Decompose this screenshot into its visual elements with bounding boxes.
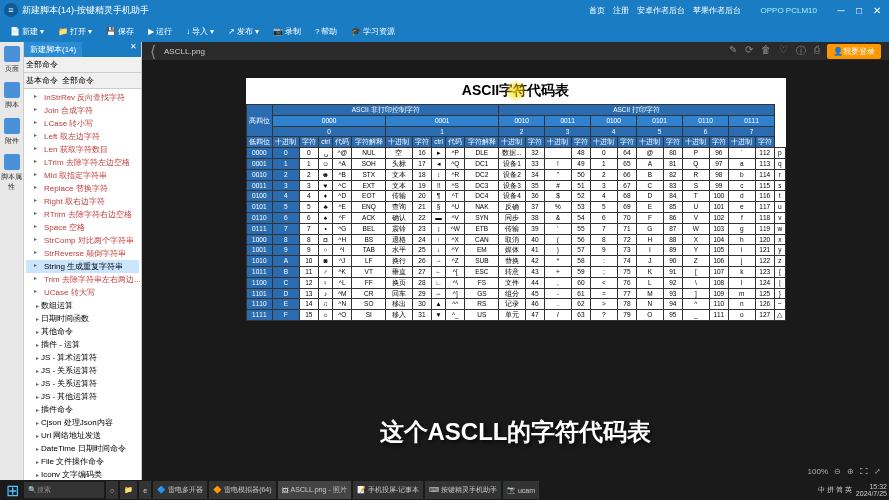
- tree-group[interactable]: 数组运算: [26, 299, 139, 312]
- hdr-all[interactable]: 全部命令: [26, 59, 58, 70]
- minimize-button[interactable]: ─: [833, 3, 849, 17]
- content-area: ⟨ ASCLL.png ✎ ⟳ 🗑 ♡ ⓘ ⎙ ▦ ⋯ ✕ ASCII字符代码表…: [142, 42, 889, 480]
- nav-page[interactable]: 页面: [4, 46, 20, 74]
- tree-fn[interactable]: Replace 替换字符: [26, 182, 139, 195]
- nav-attach[interactable]: 附件: [4, 118, 20, 146]
- tree-group[interactable]: Cjson 处理Json内容: [26, 416, 139, 429]
- tree-fn[interactable]: RTrim 去除字符右边空格: [26, 208, 139, 221]
- tool-import[interactable]: ↓导入▾: [180, 24, 220, 39]
- task-ucam[interactable]: 📷ucam: [503, 481, 539, 499]
- tree-fn[interactable]: InStrRev 反向查找字符: [26, 91, 139, 104]
- tray-lang[interactable]: 中 拼 简 英: [818, 485, 852, 495]
- tree-fn[interactable]: LCase 转小写: [26, 117, 139, 130]
- nav-props[interactable]: 脚本属性: [0, 154, 23, 192]
- rotate-icon[interactable]: ⟳: [745, 44, 753, 58]
- fullscreen-icon[interactable]: ⤢: [874, 467, 881, 476]
- back-icon[interactable]: ⟨: [150, 42, 156, 61]
- tree-fn[interactable]: Join 合成字符: [26, 104, 139, 117]
- task-ld1[interactable]: 🔷雷电多开器: [153, 481, 207, 499]
- tree-fn[interactable]: String 生成重复字符串: [26, 260, 139, 273]
- maximize-button[interactable]: □: [851, 3, 867, 17]
- tree-fn[interactable]: Mid 取指定字符串: [26, 169, 139, 182]
- link-register[interactable]: 注册: [613, 5, 629, 16]
- image-viewport[interactable]: ASCII字符代码表 高四位ASCII 非打印控制字符ASCII 打印字符000…: [142, 60, 889, 480]
- toolbar: 📄新建▾ 📁打开▾ 💾保存 ▶运行 ↓导入▾ ↗发布▾ 📷录制 ?帮助 🎓学习资…: [0, 20, 889, 42]
- tree-fn[interactable]: Trim 去除字符串左右两边...: [26, 273, 139, 286]
- login-badge[interactable]: 👤我要登录: [827, 44, 881, 59]
- tree-group[interactable]: JS - 关系运算符: [26, 364, 139, 377]
- taskbar: ⊞ 🔍 搜索 ○ 📁 e 🔷雷电多开器 🔶雷电模拟器(64) 🖼ASCLL.pn…: [0, 480, 889, 500]
- device-label: OPPO PCLM10: [761, 6, 817, 15]
- function-tree: InStrRev 反向查找字符Join 合成字符LCase 转小写Left 取左…: [24, 89, 141, 480]
- tree-fn[interactable]: UCase 转大写: [26, 286, 139, 299]
- tree-group[interactable]: File 文件操作命令: [26, 455, 139, 468]
- close-button[interactable]: ✕: [869, 3, 885, 17]
- photo-filename: ASCLL.png: [164, 47, 205, 56]
- link-android[interactable]: 安卓作者后台: [637, 5, 685, 16]
- window-title: 新建脚本(14)-按键精灵手机助手: [22, 4, 149, 17]
- zoom-level: 100%: [808, 467, 828, 476]
- print-icon[interactable]: ⎙: [814, 44, 820, 58]
- tree-group[interactable]: JS - 算术运算符: [26, 351, 139, 364]
- ascii-table: ASCII字符代码表 高四位ASCII 非打印控制字符ASCII 打印字符000…: [246, 78, 786, 321]
- tool-open[interactable]: 📁打开▾: [52, 24, 98, 39]
- tool-new[interactable]: 📄新建▾: [4, 24, 50, 39]
- tool-learn[interactable]: 🎓学习资源: [345, 24, 401, 39]
- tool-publish[interactable]: ↗发布▾: [222, 24, 265, 39]
- script-tab[interactable]: 新建脚本(14): [24, 42, 82, 57]
- tree-fn[interactable]: Left 取左边字符: [26, 130, 139, 143]
- taskbar-search[interactable]: 🔍 搜索: [24, 482, 104, 498]
- zoom-out-icon[interactable]: ⊖: [834, 467, 841, 476]
- tree-fn[interactable]: Len 获取字符数目: [26, 143, 139, 156]
- info-icon[interactable]: ⓘ: [796, 44, 806, 58]
- cursor-highlight: [506, 81, 526, 101]
- tree-group[interactable]: 其他命令: [26, 325, 139, 338]
- tree-group[interactable]: Iconv 文字编码类: [26, 468, 139, 480]
- tree-group[interactable]: 插件命令: [26, 403, 139, 416]
- zoom-controls: 100% ⊖ ⊕ ⛶ ⤢: [808, 467, 881, 476]
- zoom-in-icon[interactable]: ⊕: [847, 467, 854, 476]
- tree-fn[interactable]: Right 取右边字符: [26, 195, 139, 208]
- fit-icon[interactable]: ⛶: [860, 467, 868, 476]
- tree-group[interactable]: DateTime 日期时间命令: [26, 442, 139, 455]
- task-anjian[interactable]: ⌨按键精灵手机助手: [425, 481, 501, 499]
- task-notepad[interactable]: 📝手机投屏-记事本: [353, 481, 423, 499]
- tool-help[interactable]: ?帮助: [309, 24, 343, 39]
- link-home[interactable]: 首页: [589, 5, 605, 16]
- tree-group[interactable]: JS - 其他运算符: [26, 390, 139, 403]
- tray-time: 15:32: [856, 483, 887, 490]
- hdr-all2[interactable]: 全部命令: [62, 75, 94, 86]
- tree-fn[interactable]: LTrim 去除字符左边空格: [26, 156, 139, 169]
- app-icon: ≡: [4, 3, 18, 17]
- tool-save[interactable]: 💾保存: [100, 24, 140, 39]
- tree-group[interactable]: JS - 关系运算符: [26, 377, 139, 390]
- tree-fn[interactable]: StrReverse 颠倒字符串: [26, 247, 139, 260]
- sidebar: 新建脚本(14)✕ 全部命令 基本命令 全部命令 InStrRev 反向查找字符…: [24, 42, 142, 480]
- task-ld2[interactable]: 🔶雷电模拟器(64): [209, 481, 275, 499]
- tab-close-icon[interactable]: ✕: [126, 42, 141, 57]
- task-cortana[interactable]: ○: [106, 481, 118, 499]
- video-caption: 这个ASCLL的字符代码表: [380, 416, 652, 448]
- tool-run[interactable]: ▶运行: [142, 24, 178, 39]
- tree-group[interactable]: 日期时间函数: [26, 312, 139, 325]
- start-button[interactable]: ⊞: [2, 481, 22, 499]
- task-photo[interactable]: 🖼ASCLL.png - 照片: [278, 481, 351, 499]
- heart-icon[interactable]: ♡: [779, 44, 788, 58]
- left-nav: 页面 脚本 附件 脚本属性: [0, 42, 24, 480]
- edit-icon[interactable]: ✎: [729, 44, 737, 58]
- nav-script[interactable]: 脚本: [4, 82, 20, 110]
- tree-group[interactable]: 插件 - 运算: [26, 338, 139, 351]
- task-ie[interactable]: e: [139, 481, 151, 499]
- tree-group[interactable]: Url 网络地址发送: [26, 429, 139, 442]
- tree-fn[interactable]: StrComp 对比两个字符串: [26, 234, 139, 247]
- hdr-basic[interactable]: 基本命令: [26, 75, 58, 86]
- delete-icon[interactable]: 🗑: [761, 44, 771, 58]
- titlebar: ≡ 新建脚本(14)-按键精灵手机助手 首页 注册 安卓作者后台 苹果作者后台 …: [0, 0, 889, 20]
- tree-fn[interactable]: Space 空格: [26, 221, 139, 234]
- hdr-high: 高四位: [246, 105, 273, 137]
- photo-toolbar: ⟨ ASCLL.png ✎ ⟳ 🗑 ♡ ⓘ ⎙ ▦ ⋯ ✕: [142, 42, 889, 60]
- task-explorer[interactable]: 📁: [120, 481, 137, 499]
- tool-record[interactable]: 📷录制: [267, 24, 307, 39]
- link-apple[interactable]: 苹果作者后台: [693, 5, 741, 16]
- tray-date: 2024/7/25: [856, 490, 887, 497]
